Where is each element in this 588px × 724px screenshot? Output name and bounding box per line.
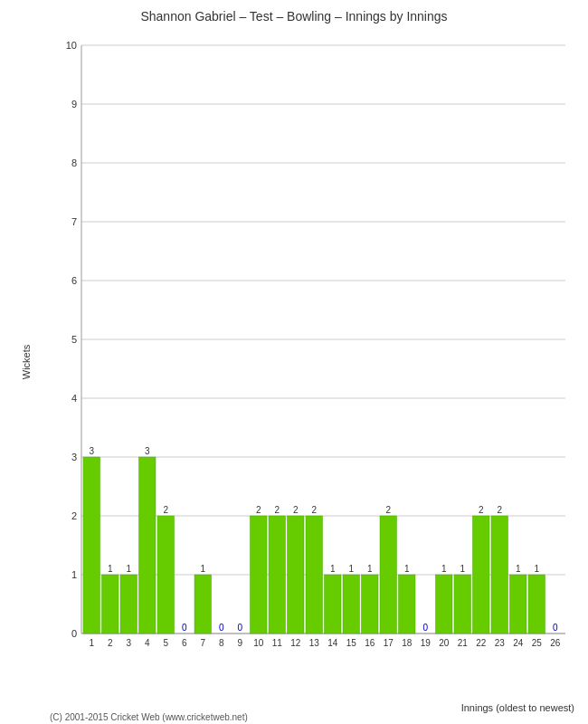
svg-rect-83 [473, 516, 490, 634]
svg-text:0: 0 [237, 623, 242, 633]
svg-text:20: 20 [439, 638, 450, 648]
svg-text:1: 1 [71, 569, 77, 580]
svg-text:1: 1 [200, 564, 205, 574]
svg-text:10: 10 [66, 40, 77, 51]
svg-text:1: 1 [89, 638, 94, 648]
svg-rect-69 [380, 516, 397, 634]
chart-svg: 0123456789103112133425061708092102112122… [50, 36, 574, 661]
svg-rect-66 [362, 575, 379, 634]
svg-text:16: 16 [365, 638, 375, 648]
svg-text:8: 8 [71, 157, 77, 168]
svg-rect-48 [251, 516, 268, 634]
svg-text:6: 6 [182, 638, 187, 648]
svg-text:3: 3 [126, 638, 131, 648]
svg-rect-36 [157, 516, 175, 634]
chart-area: 0123456789103112133425061708092102112122… [50, 36, 574, 661]
svg-text:2: 2 [256, 505, 261, 515]
chart-container: Shannon Gabriel – Test – Bowling – Innin… [0, 0, 588, 724]
y-axis-label: Wickets [21, 345, 32, 380]
svg-rect-57 [306, 516, 323, 634]
svg-rect-24 [83, 457, 100, 634]
svg-text:15: 15 [346, 638, 357, 648]
svg-text:7: 7 [71, 216, 77, 227]
svg-text:23: 23 [495, 638, 506, 648]
svg-text:6: 6 [71, 275, 77, 286]
svg-rect-27 [102, 575, 119, 634]
svg-text:12: 12 [290, 638, 301, 648]
svg-text:2: 2 [311, 505, 317, 515]
svg-rect-63 [343, 575, 360, 634]
svg-text:2: 2 [497, 505, 502, 515]
svg-text:1: 1 [404, 564, 410, 574]
svg-rect-54 [288, 516, 305, 634]
chart-title: Shannon Gabriel – Test – Bowling – Innin… [0, 0, 588, 28]
svg-text:1: 1 [441, 564, 447, 574]
svg-text:21: 21 [458, 638, 469, 648]
svg-text:3: 3 [145, 446, 150, 456]
svg-rect-33 [139, 457, 156, 634]
svg-text:1: 1 [108, 564, 113, 574]
svg-text:26: 26 [550, 638, 561, 648]
svg-text:0: 0 [71, 628, 77, 639]
svg-text:3: 3 [89, 446, 94, 456]
svg-text:11: 11 [272, 638, 283, 648]
copyright: (C) 2001-2015 Cricket Web (www.cricketwe… [50, 712, 248, 722]
svg-rect-89 [510, 575, 527, 634]
svg-rect-60 [325, 575, 342, 634]
svg-text:19: 19 [421, 638, 432, 648]
svg-text:1: 1 [367, 564, 373, 574]
svg-text:0: 0 [182, 623, 187, 633]
svg-text:2: 2 [479, 505, 484, 515]
svg-rect-41 [194, 575, 212, 634]
svg-text:1: 1 [516, 564, 521, 574]
svg-text:13: 13 [309, 638, 320, 648]
x-axis-label: Innings (oldest to newest) [461, 702, 574, 713]
svg-text:4: 4 [71, 393, 77, 404]
svg-rect-92 [528, 575, 545, 634]
svg-text:22: 22 [476, 638, 487, 648]
svg-text:14: 14 [327, 638, 338, 648]
svg-text:5: 5 [71, 334, 77, 345]
svg-text:2: 2 [385, 505, 391, 515]
svg-text:2: 2 [71, 510, 77, 521]
svg-text:1: 1 [126, 564, 131, 574]
svg-text:0: 0 [422, 623, 428, 633]
svg-text:2: 2 [108, 638, 113, 648]
svg-text:9: 9 [237, 638, 242, 648]
svg-rect-80 [454, 575, 471, 634]
svg-text:0: 0 [219, 623, 224, 633]
svg-text:17: 17 [384, 638, 394, 648]
svg-rect-72 [399, 575, 416, 634]
svg-text:5: 5 [163, 638, 168, 648]
svg-rect-86 [491, 516, 508, 634]
svg-text:1: 1 [330, 564, 336, 574]
svg-text:18: 18 [402, 638, 413, 648]
svg-rect-77 [436, 575, 453, 634]
svg-text:8: 8 [219, 638, 224, 648]
svg-text:7: 7 [200, 638, 205, 648]
svg-text:2: 2 [163, 505, 168, 515]
svg-text:1: 1 [534, 564, 539, 574]
svg-text:1: 1 [460, 564, 465, 574]
svg-text:0: 0 [553, 623, 558, 633]
svg-text:2: 2 [274, 505, 280, 515]
svg-text:3: 3 [71, 452, 77, 462]
svg-text:24: 24 [513, 638, 524, 648]
svg-text:4: 4 [145, 638, 150, 648]
svg-text:25: 25 [532, 638, 543, 648]
svg-text:2: 2 [293, 505, 299, 515]
svg-text:1: 1 [348, 564, 354, 574]
svg-text:10: 10 [253, 638, 264, 648]
svg-rect-51 [269, 516, 286, 634]
svg-text:9: 9 [71, 99, 77, 110]
svg-rect-30 [120, 575, 138, 634]
